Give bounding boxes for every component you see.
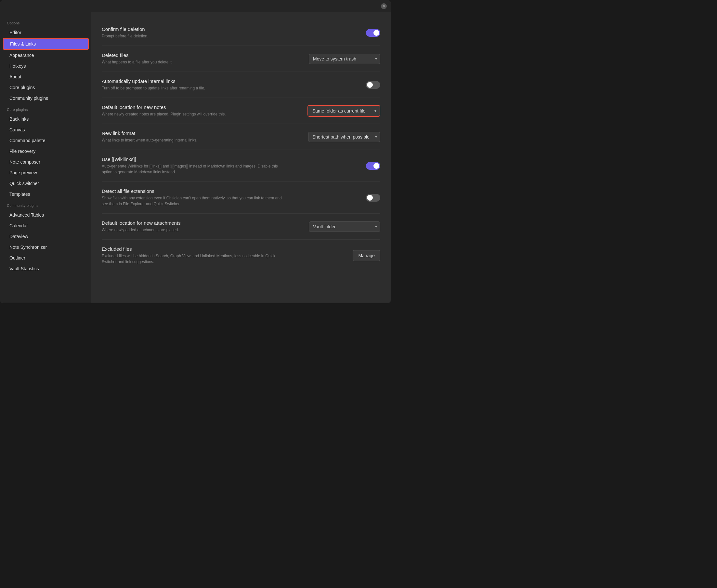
sidebar-item-command-palette[interactable]: Command palette: [3, 135, 89, 146]
detect-extensions-desc: Show files with any extension even if Ob…: [102, 195, 283, 207]
auto-update-links-control: [366, 81, 380, 89]
sidebar-item-calendar[interactable]: Calendar: [3, 220, 89, 231]
auto-update-links-title: Automatically update internal links: [102, 78, 283, 84]
sidebar: Options Editor Files & Links Appearance …: [0, 12, 91, 303]
detect-extensions-title: Detect all file extensions: [102, 188, 283, 194]
sidebar-item-outliner[interactable]: Outliner: [3, 253, 89, 263]
deleted-files-control: Move to system trash Move to Obsidian tr…: [309, 54, 380, 64]
excluded-files-control: Manage: [353, 250, 380, 261]
sidebar-item-community-plugins[interactable]: Community plugins: [3, 93, 89, 103]
default-location-notes-desc: Where newly created notes are placed. Pl…: [102, 111, 283, 117]
confirm-deletion-info: Confirm file deletion Prompt before file…: [102, 26, 283, 39]
use-wikilinks-toggle-knob: [373, 163, 379, 169]
default-location-attachments-control: Vault folder Same folder as current file…: [309, 222, 380, 232]
sidebar-item-files-links[interactable]: Files & Links: [3, 38, 89, 50]
default-location-notes-row: Default location for new notes Where new…: [102, 98, 380, 124]
auto-update-links-info: Automatically update internal links Turn…: [102, 78, 283, 91]
default-location-attachments-info: Default location for new attachments Whe…: [102, 220, 283, 233]
core-plugins-section-label: Core plugins: [0, 104, 91, 113]
sidebar-item-dataview[interactable]: Dataview: [3, 231, 89, 241]
sidebar-item-note-composer[interactable]: Note composer: [3, 157, 89, 167]
use-wikilinks-info: Use [[Wikilinks]] Auto-generate Wikilink…: [102, 156, 283, 175]
deleted-files-title: Deleted files: [102, 52, 283, 58]
confirm-deletion-toggle-knob: [373, 30, 379, 36]
deleted-files-row: Deleted files What happens to a file aft…: [102, 46, 380, 72]
new-link-format-info: New link format What links to insert whe…: [102, 130, 283, 143]
sidebar-item-hotkeys[interactable]: Hotkeys: [3, 61, 89, 71]
new-link-format-dropdown-wrapper: Shortest path when possible Relative pat…: [308, 132, 380, 142]
use-wikilinks-desc: Auto-generate Wikilinks for [[links]] an…: [102, 163, 283, 175]
sidebar-item-advanced-tables[interactable]: Advanced Tables: [3, 210, 89, 220]
close-button[interactable]: ✕: [381, 3, 387, 9]
confirm-deletion-control: [366, 29, 380, 37]
sidebar-item-core-plugins[interactable]: Core plugins: [3, 82, 89, 93]
default-location-notes-control: Same folder as current file Vault folder…: [307, 105, 380, 117]
detect-extensions-info: Detect all file extensions Show files wi…: [102, 188, 283, 207]
confirm-deletion-title: Confirm file deletion: [102, 26, 283, 32]
sidebar-item-editor[interactable]: Editor: [3, 27, 89, 38]
default-location-attachments-dropdown-wrapper: Vault folder Same folder as current file…: [309, 222, 380, 232]
sidebar-item-about[interactable]: About: [3, 71, 89, 82]
default-location-notes-dropdown-wrapper: Same folder as current file Vault folder…: [307, 105, 380, 117]
sidebar-item-note-synchronizer[interactable]: Note Synchronizer: [3, 242, 89, 252]
deleted-files-dropdown[interactable]: Move to system trash Move to Obsidian tr…: [309, 54, 380, 64]
default-location-notes-info: Default location for new notes Where new…: [102, 104, 283, 117]
confirm-deletion-desc: Prompt before file deletion.: [102, 33, 283, 39]
manage-button[interactable]: Manage: [353, 250, 380, 261]
confirm-deletion-row: Confirm file deletion Prompt before file…: [102, 20, 380, 46]
options-section-label: Options: [0, 17, 91, 27]
confirm-deletion-toggle[interactable]: [366, 29, 380, 37]
community-plugins-section-label: Community plugins: [0, 200, 91, 209]
default-location-notes-dropdown[interactable]: Same folder as current file Vault folder…: [308, 106, 379, 116]
use-wikilinks-title: Use [[Wikilinks]]: [102, 156, 283, 162]
auto-update-links-row: Automatically update internal links Turn…: [102, 72, 380, 98]
sidebar-item-file-recovery[interactable]: File recovery: [3, 146, 89, 156]
excluded-files-info: Excluded files Excluded files will be hi…: [102, 246, 283, 265]
sidebar-item-backlinks[interactable]: Backlinks: [3, 114, 89, 124]
use-wikilinks-toggle[interactable]: [366, 162, 380, 170]
use-wikilinks-control: [366, 162, 380, 170]
sidebar-item-canvas[interactable]: Canvas: [3, 125, 89, 135]
excluded-files-desc: Excluded files will be hidden in Search,…: [102, 253, 283, 265]
sidebar-item-quick-switcher[interactable]: Quick switcher: [3, 178, 89, 189]
auto-update-links-toggle-knob: [367, 82, 373, 88]
detect-extensions-toggle[interactable]: [366, 194, 380, 202]
deleted-files-dropdown-wrapper: Move to system trash Move to Obsidian tr…: [309, 54, 380, 64]
default-location-attachments-row: Default location for new attachments Whe…: [102, 214, 380, 240]
auto-update-links-desc: Turn off to be prompted to update links …: [102, 85, 283, 91]
default-location-attachments-title: Default location for new attachments: [102, 220, 283, 226]
detect-extensions-control: [366, 194, 380, 202]
excluded-files-title: Excluded files: [102, 246, 283, 252]
default-location-attachments-desc: Where newly added attachments are placed…: [102, 227, 283, 233]
sidebar-item-page-preview[interactable]: Page preview: [3, 167, 89, 178]
new-link-format-title: New link format: [102, 130, 283, 136]
deleted-files-desc: What happens to a file after you delete …: [102, 59, 283, 65]
detect-extensions-row: Detect all file extensions Show files wi…: [102, 182, 380, 214]
excluded-files-row: Excluded files Excluded files will be hi…: [102, 240, 380, 271]
new-link-format-dropdown[interactable]: Shortest path when possible Relative pat…: [308, 132, 380, 142]
new-link-format-desc: What links to insert when auto-generatin…: [102, 137, 283, 143]
auto-update-links-toggle[interactable]: [366, 81, 380, 89]
use-wikilinks-row: Use [[Wikilinks]] Auto-generate Wikilink…: [102, 150, 380, 182]
deleted-files-info: Deleted files What happens to a file aft…: [102, 52, 283, 65]
sidebar-item-vault-statistics[interactable]: Vault Statistics: [3, 264, 89, 274]
detect-extensions-toggle-knob: [367, 195, 373, 201]
title-bar: ✕: [0, 0, 391, 12]
default-location-notes-title: Default location for new notes: [102, 104, 283, 110]
sidebar-item-appearance[interactable]: Appearance: [3, 50, 89, 61]
new-link-format-control: Shortest path when possible Relative pat…: [308, 132, 380, 142]
sidebar-item-templates[interactable]: Templates: [3, 189, 89, 200]
default-location-attachments-dropdown[interactable]: Vault folder Same folder as current file…: [309, 222, 380, 232]
settings-content: Confirm file deletion Prompt before file…: [91, 12, 391, 303]
new-link-format-row: New link format What links to insert whe…: [102, 124, 380, 150]
